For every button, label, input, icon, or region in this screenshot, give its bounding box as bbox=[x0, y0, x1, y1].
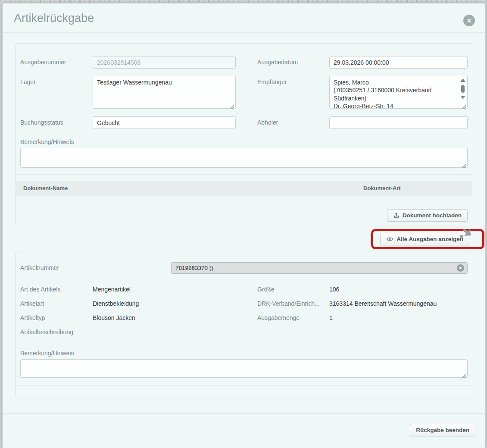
eye-icon bbox=[386, 237, 393, 241]
ausgabedatum-field[interactable] bbox=[329, 56, 468, 69]
clear-artikelnummer-button[interactable]: ✕ bbox=[457, 264, 464, 272]
artikelrueckgabe-dialog: Artikelrückgabe ✕ Ausgabenummer Ausgabed… bbox=[2, 3, 486, 448]
lager-textarea[interactable]: Testlager Wassermungenau bbox=[93, 76, 236, 109]
bemerkung-label: Bemerkung/Hinweis bbox=[20, 138, 468, 145]
dialog-footer: Rückgabe beenden bbox=[3, 414, 485, 436]
article-bemerkung-textarea[interactable] bbox=[20, 359, 468, 378]
finish-return-button[interactable]: Rückgabe beenden bbox=[410, 424, 475, 436]
detail-value: 106 bbox=[329, 286, 468, 293]
ausgabenummer-label: Ausgabenummer bbox=[20, 56, 93, 69]
bemerkung-textarea[interactable] bbox=[20, 148, 468, 168]
dialog-content: Ausgabenummer Ausgabedatum Lager Tes bbox=[3, 43, 485, 398]
detail-row: Art des Artikels Mengenartikel Größe 106 bbox=[20, 286, 468, 300]
form-row: Buchungsstatus Abholer bbox=[20, 116, 468, 129]
resize-handle-icon[interactable] bbox=[462, 103, 466, 107]
show-all-issues-button[interactable]: Alle Ausgaben anzeigen bbox=[380, 233, 469, 245]
upload-button-label: Dokument hochladen bbox=[403, 212, 462, 219]
article-section: Artikelnummer 7819863370 () ✕ Art des Ar… bbox=[16, 251, 472, 398]
clear-icon: ✕ bbox=[459, 266, 462, 270]
detail-value: Blouson Jacken bbox=[93, 314, 257, 321]
column-dokument-name: Dokument-Name bbox=[23, 185, 68, 191]
empfaenger-scrollbar bbox=[460, 78, 466, 99]
resize-handle-icon[interactable] bbox=[462, 372, 466, 376]
background-page-strip bbox=[0, 0, 487, 3]
detail-row: Artikelart Dienstbekleidung DRK-Verband/… bbox=[20, 300, 468, 314]
empfaenger-textarea[interactable]: Spies, Marco (700350251 / 3160000 Kreisv… bbox=[329, 76, 468, 109]
highlight-box: Alle Ausgaben anzeigen bbox=[371, 229, 484, 249]
finish-button-label: Rückgabe beenden bbox=[416, 427, 469, 433]
detail-label: Größe bbox=[257, 286, 329, 293]
dialog-header: Artikelrückgabe ✕ bbox=[3, 3, 485, 33]
resize-handle-icon[interactable] bbox=[462, 162, 466, 166]
form-row: Lager Testlager Wassermungenau Empfänger… bbox=[20, 76, 468, 109]
detail-row: Artikeltyp Blouson Jacken Ausgabemenge 1 bbox=[20, 314, 468, 329]
ausgabedatum-label: Ausgabedatum bbox=[257, 56, 329, 69]
section-divider bbox=[16, 174, 472, 175]
buchungsstatus-label: Buchungsstatus bbox=[20, 116, 93, 129]
artikelnummer-value: 7819863370 () bbox=[175, 265, 213, 271]
lager-label: Lager bbox=[20, 76, 93, 109]
scroll-up-icon[interactable] bbox=[460, 78, 465, 82]
close-button[interactable]: ✕ bbox=[463, 15, 475, 26]
scroll-down-icon[interactable] bbox=[460, 96, 465, 99]
section-divider bbox=[16, 385, 472, 385]
detail-label: Artikeltyp bbox=[20, 314, 93, 321]
documents-table-header: Dokument-Name Dokument-Art bbox=[16, 181, 472, 196]
article-bemerkung-label: Bemerkung/Hinweis bbox=[20, 350, 468, 357]
column-dokument-art: Dokument-Art bbox=[363, 185, 401, 191]
upload-document-button[interactable]: Dokument hochladen bbox=[387, 209, 468, 222]
show-all-button-label: Alle Ausgaben anzeigen bbox=[396, 236, 463, 242]
issue-section: Ausgabenummer Ausgabedatum Lager Tes bbox=[16, 43, 472, 226]
dialog-title: Artikelrückgabe bbox=[14, 12, 94, 25]
close-icon: ✕ bbox=[467, 17, 472, 24]
scrollbar-thumb[interactable] bbox=[461, 85, 465, 93]
empfaenger-label: Empfänger bbox=[257, 76, 329, 109]
detail-label: Art des Artikels bbox=[20, 286, 93, 293]
resize-handle-icon[interactable] bbox=[230, 103, 234, 107]
detail-value: 3163314 Bereitschaft Wassermungenau bbox=[329, 300, 468, 307]
detail-row: Artikelbeschreibung bbox=[20, 329, 468, 343]
detail-label: Ausgabemenge bbox=[257, 314, 329, 321]
detail-label: Artikelart bbox=[20, 300, 93, 307]
detail-value: Mengenartikel bbox=[93, 286, 257, 293]
artikelnummer-field[interactable]: 7819863370 () ✕ bbox=[171, 262, 468, 274]
detail-value: 1 bbox=[329, 314, 468, 321]
abholer-label: Abholer bbox=[257, 116, 329, 129]
detail-value: Dienstbekleidung bbox=[93, 300, 257, 307]
ausgabenummer-field bbox=[93, 56, 236, 69]
artikelnummer-label: Artikelnummer bbox=[20, 262, 171, 274]
abholer-field[interactable] bbox=[329, 116, 468, 129]
detail-label: DRK-Verband/Einrich... bbox=[257, 300, 329, 307]
detail-label: Artikelbeschreibung bbox=[20, 329, 93, 335]
form-row: Ausgabenummer Ausgabedatum bbox=[20, 56, 468, 69]
upload-icon bbox=[393, 212, 400, 219]
article-details: Art des Artikels Mengenartikel Größe 106… bbox=[20, 286, 468, 343]
buchungsstatus-field[interactable] bbox=[93, 116, 236, 129]
